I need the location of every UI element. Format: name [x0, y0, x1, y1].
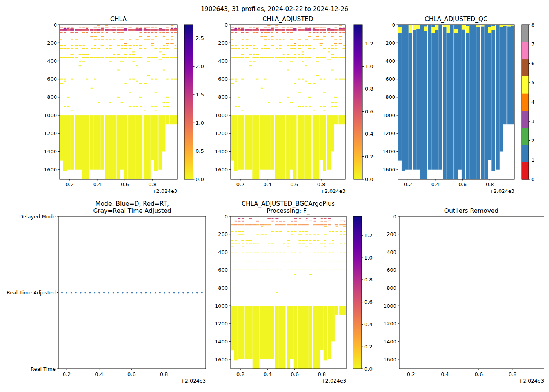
chla-dash [235, 32, 236, 33]
chla-dash [235, 220, 237, 220]
chla-dash [305, 45, 307, 46]
chla-dash [249, 29, 253, 31]
qc-flag-cap [435, 25, 438, 30]
chla-dash [264, 27, 267, 27]
chla-dash [290, 102, 293, 103]
chla-dash [100, 57, 104, 58]
chla-dash [287, 27, 289, 27]
chla-dash [283, 39, 285, 40]
chla-dash [323, 57, 326, 58]
chla-dash [75, 39, 78, 40]
x-tick-label: 0.2 [407, 371, 415, 377]
chla-dash [342, 28, 345, 29]
chla-dash [305, 220, 309, 220]
chla-dash [279, 39, 282, 40]
chla-dash [287, 34, 290, 34]
colorbar-tick-label: 0.8 [364, 277, 373, 283]
chla-dash [67, 97, 70, 98]
chla-dash [238, 218, 240, 219]
deep-chla-block [271, 306, 274, 359]
deep-chla-block [316, 306, 320, 369]
chla-dash [231, 48, 234, 49]
deep-chla-block [82, 115, 85, 179]
chla-dash [339, 28, 342, 29]
qc-good-segment [447, 33, 450, 179]
chla-dash [332, 240, 334, 241]
chla-dash [129, 39, 131, 40]
panel-title-chla-adjusted-qc: CHLA_ADJUSTED_QC [425, 16, 487, 23]
deep-chla-block [275, 306, 279, 369]
mode-dot [108, 292, 109, 294]
chla-dash [335, 224, 338, 225]
qc-good-segment [443, 27, 447, 179]
chla-dash [166, 97, 169, 98]
chla-dash [67, 106, 70, 107]
deep-chla-block [305, 115, 308, 179]
chla-dash [298, 240, 301, 241]
qc-good-segment [424, 31, 427, 179]
qc-colorbar-segment [522, 59, 529, 76]
chla-dash [302, 45, 304, 46]
chla-dash [151, 79, 153, 80]
chla-dash [331, 57, 334, 58]
colorbar-tick-label: 0.4 [364, 321, 373, 327]
qc-good-segment [503, 26, 507, 124]
qc-flag-cap [443, 25, 447, 27]
chla-dash [245, 224, 249, 225]
chla-dash [344, 243, 345, 243]
chla-dash [328, 218, 331, 219]
x-tick-label: 0.4 [93, 181, 102, 187]
chla-dash [117, 70, 120, 71]
chla-dash [166, 106, 169, 107]
deep-chla-block [260, 306, 264, 359]
chla-dash [93, 29, 97, 31]
chla-dash [256, 48, 258, 49]
chla-dash [294, 274, 296, 275]
mode-dot [182, 292, 184, 294]
chla-dash [238, 97, 240, 98]
chla-dash [332, 252, 334, 252]
mode-dot [150, 292, 151, 294]
qc-good-segment [454, 33, 458, 179]
chla-dash [120, 27, 123, 27]
chla-dash [109, 45, 112, 46]
deep-chla-block [282, 115, 285, 179]
colorbar-tick-label: 1.0 [196, 120, 204, 126]
chla-dash [316, 36, 319, 37]
x-tick-label: 0.6 [474, 371, 483, 377]
chla-dash [314, 252, 316, 252]
deep-chla-block [293, 115, 297, 179]
chla-dash [290, 45, 293, 46]
deep-chla-block [298, 115, 301, 179]
chla-dash [335, 261, 338, 261]
chla-dash [166, 102, 169, 103]
chla-dash [124, 48, 127, 49]
chla-dash [308, 97, 311, 98]
chla-dash [64, 28, 66, 29]
chla-dash [144, 83, 147, 84]
chla-dash [151, 106, 154, 107]
chla-dash [129, 106, 131, 107]
chla-dash [275, 25, 278, 26]
chla-dash [305, 231, 308, 232]
chla-dash [235, 270, 237, 270]
chla-dash [171, 27, 173, 27]
chla-dash [260, 224, 264, 225]
chla-dash [60, 32, 62, 33]
colorbar-chla_adjusted [354, 25, 362, 179]
chla-dash [323, 111, 326, 111]
chla-dash [268, 243, 270, 243]
chla-dash [275, 57, 278, 58]
chla-dash [231, 79, 234, 80]
y-tick-label: 1000 [384, 303, 396, 309]
chla-dash [294, 218, 297, 219]
chla-dash [64, 27, 66, 27]
chla-dash [331, 48, 334, 49]
chla-dash [175, 27, 176, 27]
colorbar-tick-label: 1.2 [364, 232, 373, 238]
y-tick-label: 600 [218, 267, 228, 273]
chla-dash [335, 32, 337, 33]
y-tick-label: 1400 [384, 339, 396, 345]
chla-dash [231, 57, 234, 58]
chla-dash [302, 240, 305, 241]
